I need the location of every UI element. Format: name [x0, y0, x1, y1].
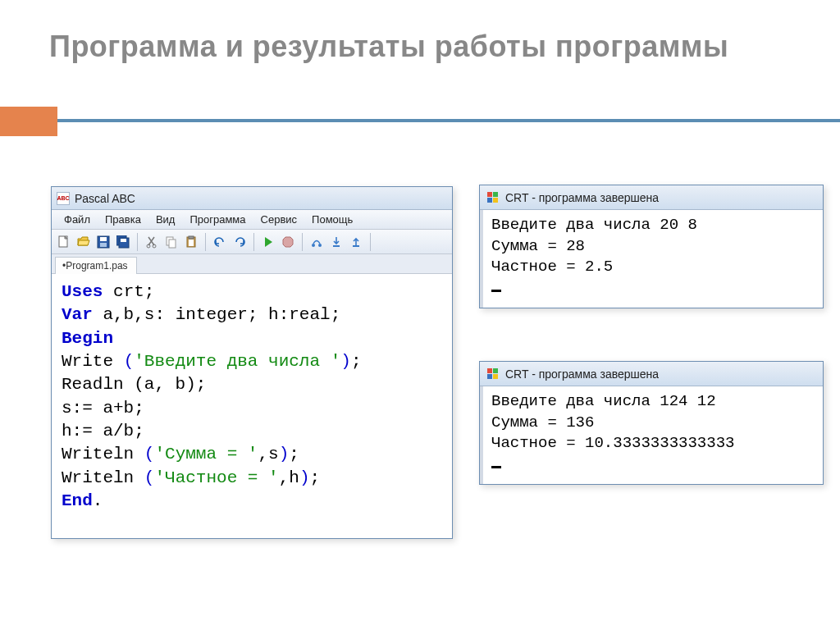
ide-titlebar[interactable]: ABC Pascal ABC — [52, 187, 452, 210]
svg-rect-25 — [493, 374, 498, 379]
step-into-icon[interactable] — [327, 233, 345, 251]
svg-rect-3 — [100, 243, 107, 247]
crt-icon — [486, 191, 500, 204]
svg-rect-20 — [487, 198, 492, 203]
menubar: Файл Правка Вид Программа Сервис Помощь — [52, 210, 452, 230]
crt-output: Введите два числа 20 8 Сумма = 28 Частно… — [480, 210, 823, 308]
kw-var: Var — [62, 305, 93, 324]
step-out-icon[interactable] — [347, 233, 365, 251]
crt-title-text: CRT - программа завершена — [505, 368, 659, 381]
svg-rect-22 — [487, 368, 492, 373]
menu-edit[interactable]: Правка — [98, 212, 148, 227]
paste-icon[interactable] — [182, 233, 200, 251]
crt-icon — [486, 368, 500, 381]
page-title: Программа и результаты работы программы — [49, 30, 728, 64]
toolbar-sep — [302, 233, 303, 251]
menu-view[interactable]: Вид — [148, 212, 183, 227]
svg-rect-10 — [169, 240, 176, 248]
svg-rect-19 — [493, 192, 498, 197]
toolbar — [52, 230, 452, 254]
app-icon: ABC — [57, 192, 70, 205]
menu-file[interactable]: Файл — [57, 212, 98, 227]
crt-titlebar[interactable]: CRT - программа завершена — [480, 362, 823, 386]
svg-rect-24 — [487, 374, 492, 379]
toolbar-sep — [253, 233, 254, 251]
run-icon[interactable] — [259, 233, 277, 251]
svg-point-14 — [312, 244, 315, 247]
code-area[interactable]: Uses crt; Var a,b,s: integer; h:real; Be… — [52, 274, 452, 519]
crt-titlebar[interactable]: CRT - программа завершена — [480, 185, 823, 210]
crt-title-text: CRT - программа завершена — [505, 191, 659, 204]
toolbar-sep — [370, 233, 371, 251]
new-file-icon[interactable] — [55, 233, 73, 251]
kw-uses: Uses — [62, 282, 103, 301]
save-icon[interactable] — [94, 233, 112, 251]
tab-program1[interactable]: •Program1.pas — [55, 257, 137, 274]
accent-bar — [0, 107, 57, 136]
undo-icon[interactable] — [211, 233, 229, 251]
tabbar: •Program1.pas — [52, 254, 452, 274]
step-over-icon[interactable] — [308, 233, 326, 251]
kw-begin: Begin — [62, 329, 113, 348]
svg-rect-18 — [487, 192, 492, 197]
menu-service[interactable]: Сервис — [253, 212, 305, 227]
svg-rect-21 — [493, 198, 498, 203]
stop-icon[interactable] — [279, 233, 297, 251]
svg-rect-6 — [121, 239, 126, 242]
cursor-icon — [491, 466, 501, 468]
crt-window-2: CRT - программа завершена Введите два чи… — [479, 361, 824, 485]
svg-point-15 — [318, 244, 322, 247]
menu-help[interactable]: Помощь — [304, 212, 360, 227]
copy-icon[interactable] — [162, 233, 180, 251]
cursor-icon — [491, 290, 501, 292]
svg-rect-13 — [189, 240, 194, 246]
divider — [57, 119, 840, 122]
crt-output: Введите два числа 124 12 Сумма = 136 Час… — [480, 386, 823, 484]
svg-rect-17 — [353, 245, 359, 247]
save-all-icon[interactable] — [114, 233, 132, 251]
ide-window: ABC Pascal ABC Файл Правка Вид Программа… — [51, 186, 453, 539]
toolbar-sep — [137, 233, 138, 251]
crt-window-1: CRT - программа завершена Введите два чи… — [479, 185, 824, 308]
app-title: Pascal ABC — [75, 192, 135, 205]
menu-program[interactable]: Программа — [182, 212, 253, 227]
svg-rect-12 — [189, 236, 194, 239]
svg-rect-2 — [100, 237, 107, 241]
open-file-icon[interactable] — [75, 233, 93, 251]
toolbar-sep — [205, 233, 206, 251]
redo-icon[interactable] — [231, 233, 249, 251]
cut-icon[interactable] — [143, 233, 161, 251]
kw-end: End — [62, 491, 93, 510]
svg-rect-23 — [493, 368, 498, 373]
svg-rect-16 — [333, 245, 340, 247]
